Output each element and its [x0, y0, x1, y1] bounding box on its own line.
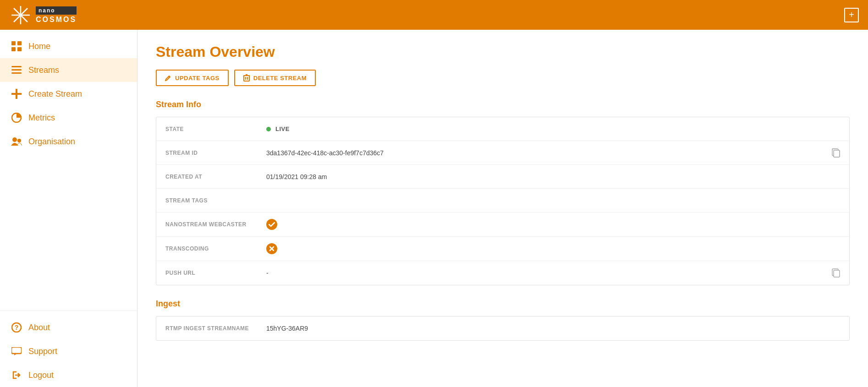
page-title: Stream Overview — [156, 44, 850, 60]
transcoding-label: TRANSCODING — [165, 245, 266, 252]
stream-info-card: STATE LIVE STREAM ID 3da1367d-42ec-418c-… — [156, 117, 850, 285]
sidebar-spacer — [0, 153, 137, 311]
sidebar-bottom: ? About Support — [0, 311, 137, 387]
created-at-row: CREATED AT 01/19/2021 09:28 am — [156, 165, 849, 189]
sidebar: Home Streams — [0, 30, 137, 387]
sidebar-label-about: About — [28, 323, 50, 332]
organisation-icon — [11, 136, 22, 147]
rtmp-row: RTMP INGEST STREAMNAME 15hYG-36AR9 — [156, 316, 849, 340]
sidebar-item-create-stream[interactable]: Create Stream — [0, 82, 137, 106]
create-stream-icon — [11, 88, 22, 99]
content-area: Stream Overview UPDATE TAGS DELETE STREA… — [137, 30, 868, 387]
navbar: nano COSMOS + — [0, 0, 868, 30]
transcoding-value — [266, 243, 840, 254]
stream-info-section: Stream Info STATE LIVE STREAM ID 3da1367… — [156, 100, 850, 285]
push-url-label: PUSH URL — [165, 270, 266, 276]
svg-point-16 — [17, 139, 21, 142]
sidebar-label-support: Support — [28, 347, 57, 356]
action-buttons: UPDATE TAGS DELETE STREAM — [156, 70, 850, 86]
logo: nano COSMOS — [9, 4, 77, 27]
stream-tags-label: STREAM TAGS — [165, 197, 266, 204]
svg-rect-6 — [17, 41, 22, 45]
live-text: LIVE — [275, 125, 290, 132]
x-icon — [266, 243, 277, 254]
sidebar-item-organisation[interactable]: Organisation — [0, 130, 137, 153]
logout-icon — [11, 370, 22, 381]
svg-rect-7 — [11, 47, 16, 51]
delete-stream-button[interactable]: DELETE STREAM — [234, 70, 316, 86]
svg-marker-20 — [14, 354, 17, 355]
support-icon — [11, 346, 22, 357]
main-layout: Home Streams — [0, 30, 868, 387]
add-button[interactable]: + — [844, 8, 859, 22]
svg-rect-5 — [11, 41, 16, 45]
rtmp-value: 15hYG-36AR9 — [266, 325, 840, 332]
copy-icon — [832, 148, 840, 158]
webcaster-label: NANOSTREAM WEBCASTER — [165, 221, 266, 228]
stream-info-title: Stream Info — [156, 100, 850, 109]
sidebar-label-organisation: Organisation — [28, 137, 75, 147]
sidebar-label-metrics: Metrics — [28, 113, 55, 123]
svg-rect-24 — [834, 150, 840, 157]
svg-rect-28 — [834, 270, 840, 277]
edit-icon — [165, 75, 171, 81]
sidebar-item-home[interactable]: Home — [0, 34, 137, 58]
stream-id-value: 3da1367d-42ec-418c-ac30-fe9f7c7d36c7 — [266, 149, 832, 157]
sidebar-label-create-stream: Create Stream — [28, 89, 82, 99]
stream-id-row: STREAM ID 3da1367d-42ec-418c-ac30-fe9f7c… — [156, 141, 849, 165]
sidebar-item-streams[interactable]: Streams — [0, 58, 137, 82]
sidebar-item-about[interactable]: ? About — [0, 316, 137, 339]
rtmp-label: RTMP INGEST STREAMNAME — [165, 325, 266, 332]
push-url-value: - — [266, 269, 832, 277]
created-at-label: CREATED AT — [165, 174, 266, 180]
cross-icon — [269, 246, 275, 251]
transcoding-row: TRANSCODING — [156, 237, 849, 261]
sidebar-item-support[interactable]: Support — [0, 339, 137, 363]
svg-rect-8 — [17, 47, 22, 51]
sidebar-label-streams: Streams — [28, 65, 59, 75]
state-value: LIVE — [266, 125, 840, 132]
push-url-row: PUSH URL - — [156, 261, 849, 285]
svg-rect-11 — [11, 72, 22, 74]
streams-icon — [11, 65, 22, 76]
stream-id-label: STREAM ID — [165, 150, 266, 156]
check-icon — [266, 219, 277, 230]
home-icon — [11, 41, 22, 52]
brand-nano: nano — [36, 6, 77, 15]
svg-rect-10 — [11, 69, 22, 71]
live-indicator — [266, 127, 271, 131]
ingest-title: Ingest — [156, 299, 850, 309]
push-url-copy-button[interactable] — [832, 268, 840, 278]
svg-text:?: ? — [15, 324, 19, 331]
ingest-section: Ingest RTMP INGEST STREAMNAME 15hYG-36AR… — [156, 299, 850, 341]
state-label: STATE — [165, 126, 266, 132]
ingest-card: RTMP INGEST STREAMNAME 15hYG-36AR9 — [156, 316, 850, 341]
update-tags-button[interactable]: UPDATE TAGS — [156, 70, 229, 86]
metrics-icon — [11, 112, 22, 123]
webcaster-row: NANOSTREAM WEBCASTER — [156, 213, 849, 237]
svg-rect-9 — [11, 66, 22, 67]
trash-icon — [243, 74, 250, 82]
svg-point-4 — [19, 14, 22, 16]
push-url-copy-icon — [832, 268, 840, 278]
webcaster-value — [266, 219, 840, 230]
brand-cosmos: COSMOS — [36, 16, 77, 24]
sidebar-item-metrics[interactable]: Metrics — [0, 106, 137, 130]
logo-star-icon — [9, 4, 32, 27]
created-at-value: 01/19/2021 09:28 am — [266, 173, 840, 180]
state-row: STATE LIVE — [156, 117, 849, 141]
svg-rect-13 — [11, 93, 22, 95]
svg-rect-19 — [11, 347, 22, 354]
svg-rect-21 — [244, 76, 249, 81]
checkmark-icon — [269, 222, 275, 227]
about-icon: ? — [11, 322, 22, 333]
stream-tags-row: STREAM TAGS — [156, 189, 849, 213]
sidebar-label-home: Home — [28, 42, 50, 51]
svg-point-15 — [12, 137, 17, 142]
sidebar-nav: Home Streams — [0, 34, 137, 387]
sidebar-label-logout: Logout — [28, 371, 54, 380]
stream-id-copy-button[interactable] — [832, 148, 840, 158]
sidebar-item-logout[interactable]: Logout — [0, 363, 137, 387]
